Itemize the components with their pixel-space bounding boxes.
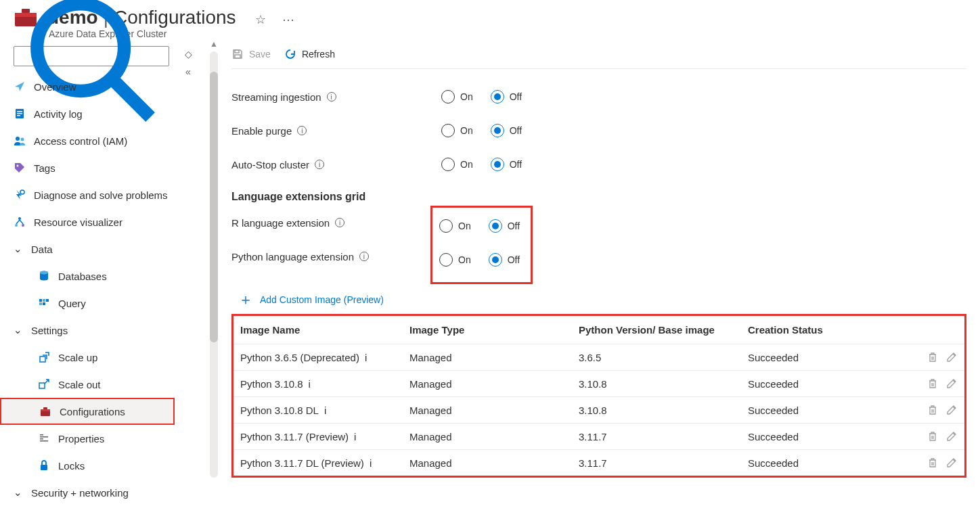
sidebar-item-resource-visualizer[interactable]: Resource visualizer — [0, 208, 175, 235]
svg-rect-21 — [39, 302, 42, 305]
sidebar-item-scale-up[interactable]: Scale up — [0, 344, 175, 371]
add-custom-image-button[interactable]: ＋ Add Custom Image (Preview) — [238, 290, 966, 310]
delete-icon[interactable] — [927, 351, 939, 363]
info-icon[interactable]: i — [354, 431, 356, 442]
image-name: Python 3.6.5 (Deprecated) — [240, 352, 359, 363]
configurations-icon — [39, 405, 51, 417]
scrollbar[interactable]: ▲ — [202, 39, 226, 525]
table-row: Python 3.11.7 DL (Preview)iManaged3.11.7… — [233, 450, 964, 476]
scroll-up-arrow-icon[interactable]: ▲ — [210, 39, 218, 49]
delete-icon[interactable] — [927, 378, 939, 390]
expand-collapse-icon[interactable]: ◇ — [185, 49, 192, 60]
svg-rect-29 — [40, 436, 48, 438]
radio-purge-on[interactable]: On — [441, 124, 473, 137]
col-creation-status: Creation Status — [741, 316, 910, 344]
radio-r-on[interactable]: On — [439, 219, 471, 233]
activity-log-icon — [14, 108, 26, 120]
sidebar-item-tags[interactable]: Tags — [0, 154, 175, 181]
images-table: Image Name Image Type Python Version/ Ba… — [233, 316, 964, 476]
delete-icon[interactable] — [927, 404, 939, 416]
svg-line-4 — [116, 83, 151, 118]
sidebar-item-access-control[interactable]: Access control (IAM) — [0, 127, 175, 154]
sidebar-item-properties[interactable]: Properties — [0, 425, 175, 452]
setting-row-python-lang: Python language extensioni — [231, 239, 435, 273]
svg-rect-8 — [17, 115, 20, 116]
search-icon — [20, 0, 159, 126]
setting-row-enable-purge: Enable purgei On Off — [231, 114, 966, 147]
sidebar-group-settings[interactable]: ⌄ Settings — [0, 317, 175, 344]
edit-icon[interactable] — [945, 457, 958, 469]
info-icon[interactable]: i — [315, 160, 324, 169]
setting-row-r-lang: R language extensioni — [231, 206, 435, 239]
save-icon — [231, 48, 244, 60]
highlight-images-table: Image Name Image Type Python Version/ Ba… — [231, 314, 966, 478]
radio-autostop-off[interactable]: Off — [491, 158, 522, 171]
favorite-star-icon[interactable]: ☆ — [255, 12, 266, 27]
svg-rect-24 — [39, 383, 45, 388]
info-icon[interactable]: i — [370, 457, 372, 469]
edit-icon[interactable] — [945, 351, 958, 363]
refresh-icon — [284, 48, 296, 60]
sidebar-item-configurations[interactable]: Configurations — [0, 398, 175, 425]
info-icon[interactable]: i — [324, 405, 326, 416]
sidebar-item-databases[interactable]: Databases — [0, 262, 175, 290]
svg-rect-7 — [17, 113, 22, 114]
creation-status: Succeeded — [741, 450, 910, 476]
scale-out-icon — [38, 378, 50, 390]
svg-rect-20 — [46, 299, 49, 302]
edit-icon[interactable] — [945, 404, 958, 416]
info-icon[interactable]: i — [309, 378, 311, 390]
setting-row-streaming-ingestion: Streaming ingestioni On Off — [231, 80, 966, 114]
radio-python-off[interactable]: Off — [489, 253, 520, 267]
svg-rect-30 — [40, 438, 43, 440]
table-row: Python 3.6.5 (Deprecated)iManaged3.6.5Su… — [233, 344, 964, 371]
svg-rect-22 — [43, 302, 45, 305]
highlight-language-extensions: On Off On Off — [430, 206, 533, 284]
scale-up-icon — [38, 351, 50, 363]
info-icon[interactable]: i — [327, 92, 336, 101]
creation-status: Succeeded — [741, 424, 910, 450]
image-name: Python 3.10.8 DL — [240, 405, 319, 416]
delete-icon[interactable] — [927, 457, 939, 469]
sidebar-group-security-networking[interactable]: ⌄ Security + networking — [0, 479, 175, 506]
info-icon[interactable]: i — [359, 252, 369, 261]
info-icon[interactable]: i — [365, 352, 367, 363]
svg-rect-33 — [235, 50, 239, 53]
delete-icon[interactable] — [927, 430, 939, 442]
svg-rect-19 — [43, 299, 45, 302]
edit-icon[interactable] — [945, 378, 958, 390]
chevron-down-icon: ⌄ — [14, 324, 23, 336]
edit-icon[interactable] — [945, 430, 958, 442]
sidebar-menu: Overview Activity log Access control (IA… — [0, 69, 175, 506]
image-type: Managed — [403, 450, 572, 476]
search-input[interactable] — [14, 46, 169, 66]
info-icon[interactable]: i — [335, 218, 344, 227]
sidebar-item-scale-out[interactable]: Scale out — [0, 371, 175, 398]
sidebar-item-query[interactable]: Query — [0, 290, 175, 317]
save-button[interactable]: Save — [231, 48, 271, 60]
collapse-sidebar-icon[interactable]: « — [185, 66, 191, 77]
radio-streaming-off[interactable]: Off — [491, 90, 522, 104]
svg-point-11 — [17, 165, 19, 167]
more-menu-icon[interactable]: ⋯ — [282, 12, 296, 27]
query-icon — [38, 297, 50, 309]
image-name: Python 3.11.7 (Preview) — [240, 431, 349, 442]
sidebar-item-locks[interactable]: Locks — [0, 452, 175, 479]
sidebar-item-diagnose[interactable]: Diagnose and solve problems — [0, 181, 175, 208]
info-icon[interactable]: i — [297, 126, 307, 135]
radio-streaming-on[interactable]: On — [441, 90, 473, 104]
svg-rect-34 — [235, 55, 240, 58]
sidebar-group-data[interactable]: ⌄ Data — [0, 235, 175, 262]
refresh-button[interactable]: Refresh — [284, 48, 335, 60]
svg-rect-28 — [40, 434, 43, 436]
radio-autostop-on[interactable]: On — [441, 158, 473, 171]
radio-python-on[interactable]: On — [439, 253, 471, 267]
creation-status: Succeeded — [741, 344, 910, 371]
radio-purge-off[interactable]: Off — [491, 124, 522, 137]
svg-rect-26 — [41, 409, 50, 411]
radio-r-off[interactable]: Off — [489, 219, 520, 233]
image-type: Managed — [403, 424, 572, 450]
plus-icon: ＋ — [238, 290, 253, 310]
properties-icon — [38, 432, 50, 444]
databases-icon — [38, 270, 50, 282]
